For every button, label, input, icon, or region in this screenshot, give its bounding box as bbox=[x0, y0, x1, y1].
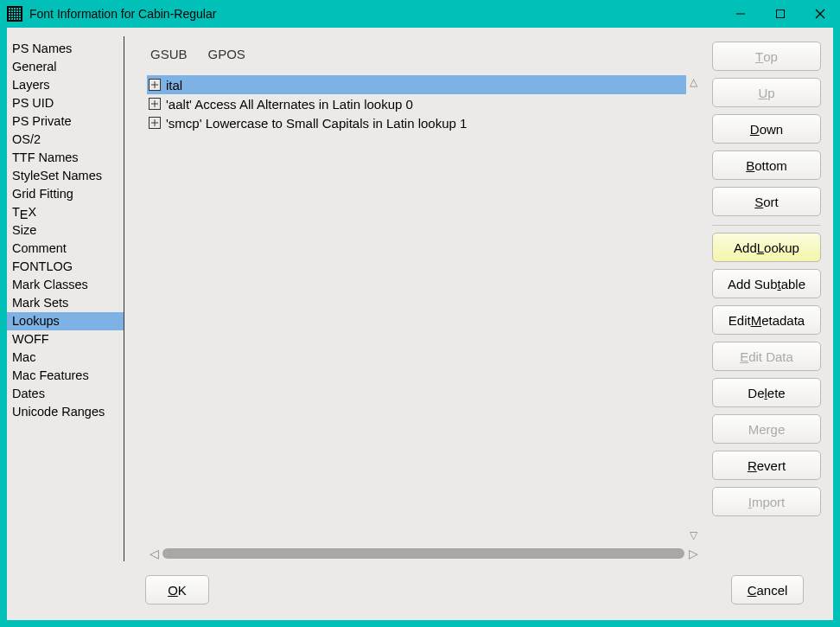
main-panel: GSUB GPOS ital'aalt' Access All Alternat… bbox=[124, 36, 700, 561]
scroll-down-icon[interactable]: ▽ bbox=[686, 528, 700, 542]
maximize-button[interactable] bbox=[760, 0, 800, 28]
sidebar-item-size[interactable]: Size bbox=[7, 221, 124, 240]
sidebar-item-os-2[interactable]: OS/2 bbox=[7, 131, 124, 149]
sidebar-item-mac[interactable]: Mac bbox=[7, 349, 124, 367]
sidebar-item-unicode-ranges[interactable]: Unicode Ranges bbox=[7, 403, 124, 421]
sidebar-item-general[interactable]: General bbox=[7, 58, 124, 76]
close-button[interactable] bbox=[800, 0, 840, 28]
lookup-list[interactable]: ital'aalt' Access All Alternates in Lati… bbox=[147, 75, 700, 542]
sidebar-item-ttf-names[interactable]: TTF Names bbox=[7, 149, 124, 167]
tab-gpos[interactable]: GPOS bbox=[208, 47, 245, 61]
sidebar-item-mark-sets[interactable]: Mark Sets bbox=[7, 294, 124, 312]
import-button[interactable]: Import bbox=[712, 487, 821, 516]
horizontal-scrollbar[interactable]: ◁ ▷ bbox=[147, 546, 700, 561]
client-area: PS NamesGeneralLayersPS UIDPS PrivateOS/… bbox=[7, 28, 833, 620]
revert-button[interactable]: Revert bbox=[712, 451, 821, 480]
sidebar-item-tex[interactable]: TEX bbox=[7, 203, 124, 221]
sidebar-item-lookups[interactable]: Lookups bbox=[7, 312, 124, 330]
merge-button[interactable]: Merge bbox=[712, 414, 821, 444]
sidebar-item-ps-names[interactable]: PS Names bbox=[7, 40, 124, 58]
up-button[interactable]: Up bbox=[712, 78, 821, 107]
sidebar-item-fontlog[interactable]: FONTLOG bbox=[7, 258, 124, 276]
scroll-up-icon[interactable]: △ bbox=[686, 75, 700, 89]
right-button-column: Top Up Down Bottom Sort Add Lookup Add S… bbox=[700, 36, 821, 561]
delete-button[interactable]: Delete bbox=[712, 378, 821, 407]
lookup-row[interactable]: ital bbox=[147, 75, 686, 94]
sidebar-item-grid-fitting[interactable]: Grid Fitting bbox=[7, 185, 124, 203]
app-icon bbox=[7, 6, 22, 22]
expand-icon[interactable] bbox=[149, 117, 161, 129]
titlebar[interactable]: Font Information for Cabin-Regular bbox=[0, 0, 840, 28]
tabs: GSUB GPOS bbox=[147, 36, 700, 75]
vertical-scrollbar[interactable]: △ ▽ bbox=[686, 75, 700, 542]
expand-icon[interactable] bbox=[149, 79, 161, 91]
window: Font Information for Cabin-Regular PS Na… bbox=[0, 0, 840, 627]
svg-rect-1 bbox=[777, 10, 785, 18]
scroll-right-icon[interactable]: ▷ bbox=[686, 547, 700, 560]
sort-button[interactable]: Sort bbox=[712, 187, 821, 216]
sidebar-item-ps-uid[interactable]: PS UID bbox=[7, 94, 124, 112]
sidebar-item-comment[interactable]: Comment bbox=[7, 240, 124, 258]
sidebar-item-styleset-names[interactable]: StyleSet Names bbox=[7, 167, 124, 185]
minimize-button[interactable] bbox=[721, 0, 760, 28]
edit-metadata-button[interactable]: Edit Metadata bbox=[712, 305, 821, 335]
bottom-button[interactable]: Bottom bbox=[712, 150, 821, 180]
scroll-left-icon[interactable]: ◁ bbox=[147, 547, 161, 560]
down-button[interactable]: Down bbox=[712, 114, 821, 144]
cancel-button[interactable]: Cancel bbox=[731, 575, 804, 605]
sidebar-item-layers[interactable]: Layers bbox=[7, 76, 124, 94]
sidebar: PS NamesGeneralLayersPS UIDPS PrivateOS/… bbox=[7, 36, 124, 561]
sidebar-item-mac-features[interactable]: Mac Features bbox=[7, 367, 124, 385]
edit-data-button[interactable]: Edit Data bbox=[712, 342, 821, 371]
ok-button[interactable]: OK bbox=[145, 575, 209, 605]
top-button[interactable]: Top bbox=[712, 42, 821, 71]
lookup-row[interactable]: 'smcp' Lowercase to Small Capitals in La… bbox=[147, 113, 686, 132]
add-subtable-button[interactable]: Add Subtable bbox=[712, 269, 821, 298]
tab-gsub[interactable]: GSUB bbox=[150, 47, 188, 61]
dialog-footer: OK Cancel bbox=[7, 561, 821, 608]
lookup-list-wrap: ital'aalt' Access All Alternates in Lati… bbox=[147, 75, 700, 561]
sidebar-item-woff[interactable]: WOFF bbox=[7, 330, 124, 349]
add-lookup-button[interactable]: Add Lookup bbox=[712, 233, 821, 262]
lookup-label: 'smcp' Lowercase to Small Capitals in La… bbox=[166, 116, 467, 131]
sidebar-item-mark-classes[interactable]: Mark Classes bbox=[7, 276, 124, 294]
lookup-row[interactable]: 'aalt' Access All Alternates in Latin lo… bbox=[147, 94, 686, 113]
lookup-label: ital bbox=[166, 78, 182, 93]
sidebar-item-dates[interactable]: Dates bbox=[7, 385, 124, 403]
expand-icon[interactable] bbox=[149, 98, 161, 110]
window-title: Font Information for Cabin-Regular bbox=[29, 7, 721, 21]
lookup-label: 'aalt' Access All Alternates in Latin lo… bbox=[166, 97, 413, 112]
sidebar-item-ps-private[interactable]: PS Private bbox=[7, 112, 124, 131]
